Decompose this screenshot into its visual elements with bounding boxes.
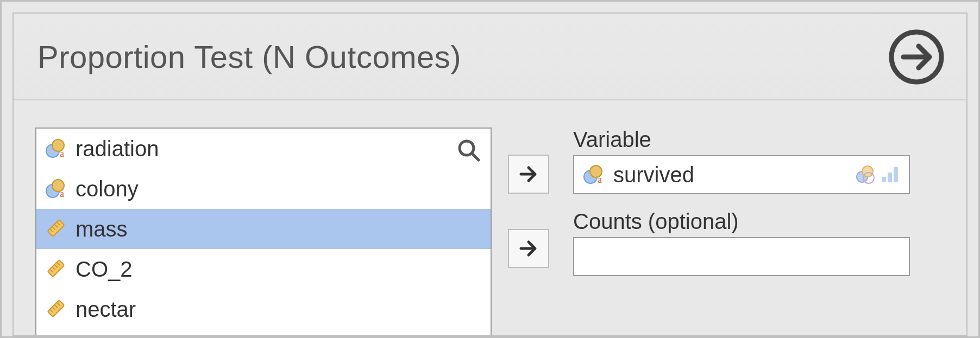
- svg-rect-34: [888, 173, 892, 182]
- nominal-text-icon: a: [582, 163, 606, 187]
- variable-row[interactable]: mass: [36, 209, 491, 249]
- variable-name: colony: [76, 177, 139, 201]
- accepts-nominal-icon: [855, 164, 876, 186]
- analysis-title: Proportion Test (N Outcomes): [37, 39, 461, 75]
- app-frame: Proportion Test (N Outcomes): [0, 0, 980, 338]
- svg-rect-35: [894, 167, 898, 182]
- scale-icon: [44, 257, 68, 281]
- search-icon[interactable]: [457, 138, 481, 162]
- scale-icon: [44, 297, 68, 321]
- variable-row[interactable]: aradiation: [36, 129, 491, 169]
- assign-to-variable-button[interactable]: [508, 155, 549, 194]
- analysis-panel: Proportion Test (N Outcomes): [12, 12, 968, 336]
- svg-rect-20: [47, 300, 64, 317]
- available-variables-list[interactable]: aradiationacolonymassCO_2nectar: [35, 127, 492, 335]
- panel-body: aradiationacolonymassCO_2nectar: [14, 101, 966, 335]
- variable-drop-target[interactable]: a survived: [573, 155, 910, 194]
- svg-rect-15: [47, 260, 64, 277]
- variable-name: mass: [76, 217, 128, 241]
- counts-drop-target[interactable]: [573, 237, 910, 276]
- nominal-text-icon: a: [44, 177, 68, 201]
- nominal-text-icon: a: [44, 137, 68, 161]
- run-analysis-button[interactable]: [888, 29, 945, 85]
- svg-text:a: a: [60, 188, 64, 199]
- variable-row[interactable]: CO_2: [36, 249, 491, 289]
- arrow-right-icon: [518, 238, 539, 259]
- variable-row[interactable]: nectar: [36, 289, 491, 329]
- arrow-right-circle-icon: [888, 29, 945, 85]
- counts-field-label: Counts (optional): [573, 209, 945, 234]
- svg-text:a: a: [60, 148, 64, 159]
- svg-rect-33: [882, 177, 886, 182]
- variable-row[interactable]: acolony: [36, 169, 491, 209]
- svg-rect-10: [47, 220, 64, 237]
- variable-name: CO_2: [76, 257, 133, 282]
- svg-text:a: a: [598, 174, 602, 185]
- arrow-right-icon: [518, 163, 539, 185]
- variable-field-value: survived: [613, 163, 694, 187]
- assign-to-counts-button[interactable]: [508, 229, 549, 268]
- panel-header: Proportion Test (N Outcomes): [14, 14, 966, 100]
- variable-name: nectar: [76, 297, 136, 322]
- svg-line-3: [472, 154, 479, 160]
- variable-field-label: Variable: [573, 127, 945, 152]
- accepts-ordinal-icon: [880, 164, 901, 186]
- variable-name: radiation: [76, 137, 159, 161]
- scale-icon: [44, 217, 68, 241]
